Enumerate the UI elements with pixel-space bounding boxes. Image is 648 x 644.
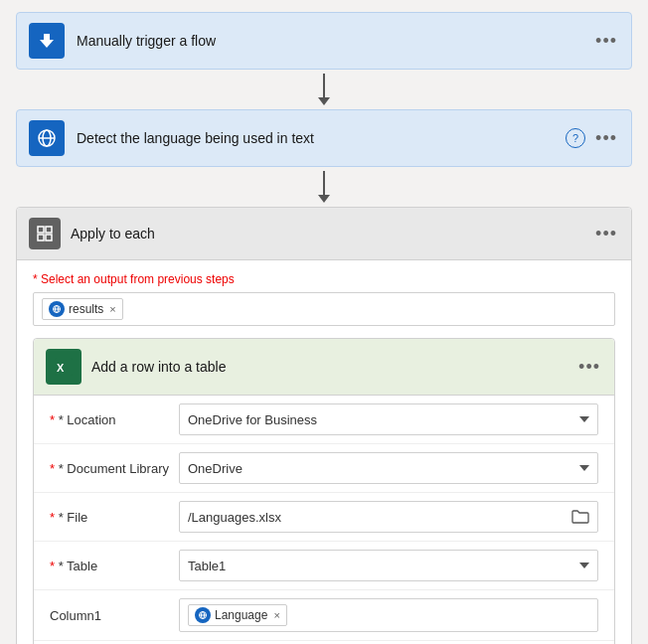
doc-library-select[interactable]: OneDrive: [179, 452, 598, 484]
doc-library-row: * * Document Library OneDrive: [34, 444, 614, 493]
language-chip-label: Language: [215, 608, 267, 622]
arrow-1: [318, 70, 330, 109]
trigger-step: Manually trigger a flow •••: [16, 12, 632, 70]
apply-each-title: Apply to each: [71, 226, 593, 242]
arrow-line-1: [323, 74, 325, 97]
add-row-header: X Add a row into a table •••: [34, 339, 614, 396]
file-input[interactable]: /Languages.xlsx: [179, 501, 598, 533]
doc-library-label: * * Document Library: [50, 461, 179, 476]
detect-icon: [29, 120, 65, 156]
table-control: Table1: [179, 550, 598, 581]
select-output-input[interactable]: results ×: [33, 292, 615, 326]
table-select[interactable]: Table1: [179, 550, 598, 581]
detect-help-icon[interactable]: ?: [566, 128, 585, 148]
arrow-2: [318, 167, 330, 207]
folder-icon[interactable]: [571, 509, 589, 525]
table-label: * * Table: [50, 559, 179, 573]
apply-each-header: Apply to each •••: [17, 208, 631, 260]
select-output-label: * Select an output from previous steps: [33, 272, 615, 286]
svg-text:X: X: [57, 362, 65, 374]
column1-label: Column1: [50, 608, 179, 623]
column1-input[interactable]: Language ×: [179, 598, 598, 632]
trigger-actions: •••: [593, 31, 619, 52]
results-chip: results ×: [42, 298, 123, 320]
apply-each-dots-button[interactable]: •••: [593, 224, 619, 244]
apply-each-container: Apply to each ••• * Select an output fro…: [16, 207, 632, 644]
svg-rect-4: [46, 227, 52, 233]
detect-dots-button[interactable]: •••: [593, 128, 619, 149]
flow-canvas: Manually trigger a flow ••• Detect the l…: [0, 0, 648, 644]
file-value: /Languages.xlsx: [188, 510, 281, 525]
svg-rect-3: [38, 227, 44, 233]
add-row-dots-button[interactable]: •••: [576, 357, 602, 378]
results-chip-icon: [49, 301, 65, 317]
trigger-dots-button[interactable]: •••: [593, 31, 619, 52]
excel-icon: X: [46, 349, 81, 385]
file-control: /Languages.xlsx: [179, 501, 598, 533]
detect-title: Detect the language being used in text: [77, 130, 566, 146]
language-chip-icon: [195, 607, 211, 623]
trigger-icon: [29, 23, 65, 59]
doc-library-control: OneDrive: [179, 452, 598, 484]
file-row: * * File /Languages.xlsx: [34, 493, 614, 542]
arrow-head-2: [318, 195, 330, 203]
doc-library-value: OneDrive: [188, 461, 243, 476]
location-label: * * Location: [50, 412, 179, 427]
location-row: * * Location OneDrive for Business: [34, 396, 614, 444]
language-chip: Language ×: [188, 604, 287, 626]
doc-library-chevron-icon: [579, 465, 589, 471]
column1-control: Language ×: [179, 598, 598, 632]
add-row-step: X Add a row into a table ••• * * Locatio…: [33, 338, 615, 644]
add-row-body: * * Location OneDrive for Business *: [34, 396, 614, 644]
file-label: * * File: [50, 510, 179, 525]
svg-rect-6: [46, 235, 52, 241]
column1-row: Column1: [34, 590, 614, 641]
table-chevron-icon: [579, 563, 589, 568]
location-value: OneDrive for Business: [188, 412, 317, 427]
arrow-line-2: [323, 171, 325, 195]
apply-each-body: * Select an output from previous steps r…: [17, 260, 631, 644]
arrow-head-1: [318, 97, 330, 105]
trigger-title: Manually trigger a flow: [77, 33, 593, 49]
add-row-title: Add a row into a table: [91, 359, 576, 375]
table-value: Table1: [188, 559, 226, 573]
apply-each-icon: [29, 218, 61, 249]
location-control: OneDrive for Business: [179, 403, 598, 435]
location-select[interactable]: OneDrive for Business: [179, 403, 598, 435]
results-chip-close[interactable]: ×: [109, 303, 115, 315]
detect-step: Detect the language being used in text ?…: [16, 109, 632, 167]
svg-rect-5: [38, 235, 44, 241]
table-row-field: * * Table Table1: [34, 542, 614, 590]
language-chip-close[interactable]: ×: [273, 609, 279, 621]
location-chevron-icon: [579, 416, 589, 422]
detect-actions: ? •••: [566, 128, 619, 149]
results-chip-label: results: [69, 302, 103, 316]
